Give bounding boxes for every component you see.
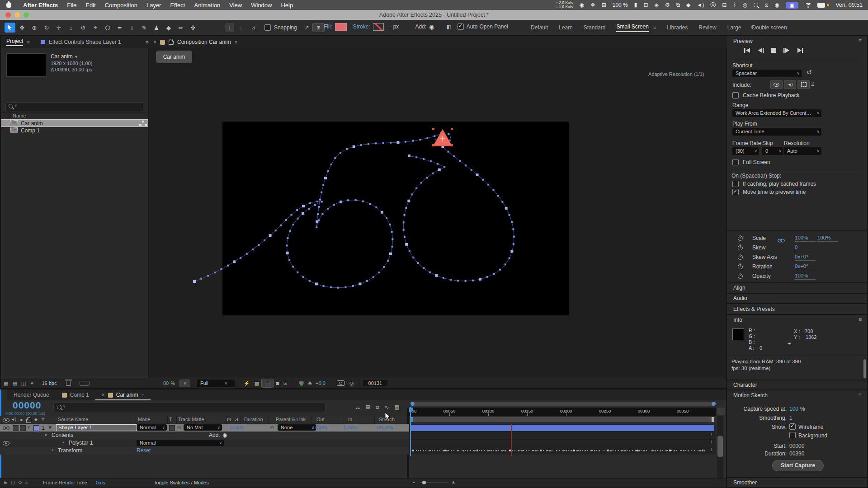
keyframe-dot[interactable] <box>434 450 435 451</box>
path-keyframe-dot[interactable] <box>327 208 329 210</box>
rotation-tool[interactable]: ↺ <box>78 23 89 33</box>
stroke-width-value[interactable]: – px <box>389 23 399 30</box>
keyframe-dot[interactable] <box>681 450 682 451</box>
path-keyframe-dot[interactable] <box>479 278 481 281</box>
keyframe-dot[interactable] <box>493 450 494 451</box>
include-audio-button[interactable]: ◄) <box>784 80 796 89</box>
path-keyframe-dot[interactable] <box>321 192 322 193</box>
preview-resolution-dropdown[interactable]: Auto∨ <box>784 147 821 155</box>
menu-item-window[interactable]: Window <box>246 2 276 9</box>
hide-shy-layers-icon[interactable]: ⧈ <box>376 404 379 410</box>
keyframe-dot[interactable] <box>674 450 675 451</box>
capture-speed-value[interactable]: 100 <box>789 406 798 412</box>
keyframe-dot[interactable] <box>540 450 542 451</box>
clone-stamp-tool[interactable]: ♟ <box>151 23 162 33</box>
path-keyframe-dot[interactable] <box>296 209 298 211</box>
path-keyframe-dot[interactable] <box>323 285 325 287</box>
tab-effect-controls[interactable]: Effect Controls Shape Layer 1 <box>49 39 121 45</box>
transform-reset-button[interactable]: Reset <box>137 447 151 454</box>
keyframe-dot[interactable] <box>685 450 686 451</box>
path-keyframe-dot[interactable] <box>360 144 362 146</box>
screen-record-icon[interactable]: ◉ <box>774 2 779 8</box>
snap-region-icon[interactable]: ⊞ <box>312 23 325 32</box>
exposure-value[interactable]: +0,0 <box>316 380 326 386</box>
menu-item-file[interactable]: File <box>62 2 81 9</box>
stop-move-checkbox[interactable] <box>732 189 739 195</box>
path-keyframe-dot[interactable] <box>404 236 406 238</box>
stopwatch-icon[interactable] <box>738 264 743 269</box>
keyframe-dot[interactable] <box>568 450 569 451</box>
layer-label-color[interactable] <box>33 425 39 431</box>
path-keyframe-dot[interactable] <box>302 205 305 207</box>
path-keyframe-dot[interactable] <box>412 257 414 258</box>
path-keyframe-dot[interactable] <box>302 212 304 215</box>
timeline-navigator[interactable] <box>410 402 716 406</box>
path-keyframe-dot[interactable] <box>318 206 320 208</box>
effects-presets-title[interactable]: Effects & Presets <box>727 304 867 314</box>
workspace-large[interactable]: Large <box>727 24 741 31</box>
path-keyframe-dot[interactable] <box>408 155 410 157</box>
full-screen-checkbox[interactable] <box>732 159 739 165</box>
keyframe-dot[interactable] <box>547 450 548 451</box>
path-keyframe-dot[interactable] <box>510 250 513 253</box>
add-play-icon[interactable]: ◉ <box>429 23 434 30</box>
copy-icon[interactable]: ⧉ <box>676 2 680 8</box>
keyframe-dot[interactable] <box>657 450 658 451</box>
keyframe-dot[interactable] <box>512 450 513 451</box>
mask-visibility-icon[interactable]: ◙ <box>276 380 279 386</box>
path-keyframe-dot[interactable] <box>405 141 406 143</box>
keyframe-dot[interactable] <box>535 450 537 451</box>
puppet-pin-tool[interactable]: ✜ <box>188 23 198 33</box>
keyframe-dot[interactable] <box>698 450 698 451</box>
path-keyframe-dot[interactable] <box>375 142 377 144</box>
parent-link-column-header[interactable]: Parent & Link <box>276 417 306 422</box>
path-keyframe-dot[interactable] <box>227 265 229 267</box>
keyframe-dot[interactable] <box>503 450 504 451</box>
marker-handle[interactable] <box>432 128 434 130</box>
property-value[interactable]: 0x+0° <box>795 263 816 270</box>
keyframe-dot[interactable] <box>573 450 575 451</box>
keyframe-dot[interactable] <box>688 450 689 451</box>
path-keyframe-dot[interactable] <box>309 202 311 204</box>
keyframe-dot[interactable] <box>526 450 527 451</box>
keyframe-dot[interactable] <box>489 450 490 451</box>
keyframe-dot[interactable] <box>702 450 703 451</box>
project-tab-menu-icon[interactable]: ≡ <box>27 39 29 45</box>
play-from-dropdown[interactable]: Current Time∨ <box>732 128 821 136</box>
workspace-default[interactable]: Default <box>531 24 548 31</box>
thumbnail-view-icon[interactable]: ◫ <box>21 380 26 386</box>
path-keyframe-dot[interactable] <box>319 199 321 201</box>
path-keyframe-dot[interactable] <box>453 155 455 157</box>
selection-tool[interactable] <box>5 23 15 33</box>
path-keyframe-dot[interactable] <box>322 213 324 215</box>
path-keyframe-dot[interactable] <box>292 224 294 225</box>
layer-duration-value[interactable]: 00390 <box>230 425 244 430</box>
path-keyframe-dot[interactable] <box>340 152 341 154</box>
path-keyframe-dot[interactable] <box>443 166 445 168</box>
guides-icon[interactable]: ⊡ <box>283 380 288 386</box>
snapping-checkbox[interactable] <box>264 24 271 31</box>
path-keyframe-dot[interactable] <box>297 218 299 220</box>
draft-3d-icon[interactable]: ⊞ <box>366 404 370 410</box>
path-keyframe-dot[interactable] <box>450 279 452 281</box>
local-axis-mode[interactable]: ⊥ <box>225 23 234 32</box>
keyframe-dot[interactable] <box>646 450 647 451</box>
path-keyframe-dot[interactable] <box>403 229 405 231</box>
path-keyframe-dot[interactable] <box>345 286 347 288</box>
align-panel-title[interactable]: Align <box>727 283 867 293</box>
hourglass-icon[interactable]: ⧖ <box>764 2 768 8</box>
world-axis-mode[interactable]: ∟ <box>237 23 246 32</box>
path-keyframe-dot[interactable] <box>362 201 364 202</box>
adaptive-resolution-label[interactable]: Adaptive Resolution (1/1) <box>648 71 704 77</box>
smoother-panel[interactable]: Smoother <box>727 478 867 487</box>
path-keyframe-dot[interactable] <box>397 141 400 144</box>
keyframe-dot[interactable] <box>451 450 452 451</box>
region-of-interest-icon[interactable]: ⬚ <box>261 379 274 388</box>
name-column-header[interactable]: Name <box>13 113 26 118</box>
path-keyframe-dot[interactable] <box>420 182 422 183</box>
sync-icon[interactable]: ◆ <box>686 2 690 8</box>
path-keyframe-dot[interactable] <box>487 184 489 186</box>
snap-arrow-icon[interactable]: ↗ <box>305 24 309 31</box>
comp-tab-close-icon[interactable]: × <box>153 39 156 45</box>
path-keyframe-dot[interactable] <box>321 201 323 202</box>
